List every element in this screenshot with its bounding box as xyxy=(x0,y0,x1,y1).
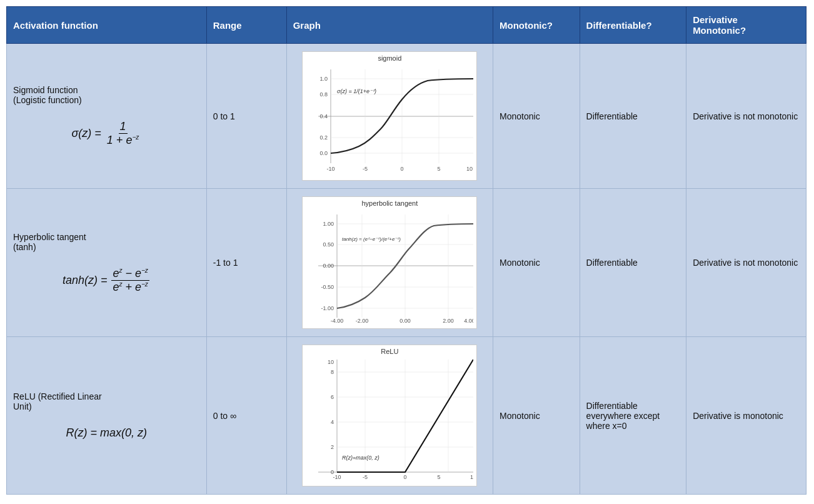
differentiable-tanh: Differentiable xyxy=(580,189,686,337)
graph-relu: ReLU 0 2 4 6 xyxy=(286,337,493,495)
row-relu: ReLU (Rectified LinearUnit) R(z) = max(0… xyxy=(7,337,806,495)
tanh-name: Hyperbolic tangent(tanh) xyxy=(13,232,200,252)
graph-sigmoid: sigmoid 1.0 0.8 0.4 0.2 xyxy=(286,44,493,189)
svg-text:0.2: 0.2 xyxy=(320,134,328,141)
activation-tanh: Hyperbolic tangent(tanh) tanh(z) = ez − … xyxy=(7,189,207,337)
svg-text:-2.00: -2.00 xyxy=(356,318,369,324)
activation-relu: ReLU (Rectified LinearUnit) R(z) = max(0… xyxy=(7,337,207,495)
relu-svg: 0 2 4 6 8 10 -10 -5 0 5 xyxy=(306,356,473,481)
svg-text:2: 2 xyxy=(331,444,334,450)
svg-text:5: 5 xyxy=(438,166,441,172)
svg-text:10: 10 xyxy=(470,474,473,480)
svg-text:5: 5 xyxy=(438,474,441,480)
header-monotonic: Monotonic? xyxy=(493,7,580,44)
svg-text:10: 10 xyxy=(466,166,473,172)
svg-text:0.00: 0.00 xyxy=(323,263,334,269)
svg-text:0.0: 0.0 xyxy=(320,150,328,156)
header-activation: Activation function xyxy=(7,7,207,44)
tanh-svg: 1.00 0.50 0.00 -0.50 -1.00 -4.00 -2.00 0… xyxy=(306,208,473,324)
svg-text:10: 10 xyxy=(328,359,334,365)
row-sigmoid: Sigmoid function(Logistic function) σ(z)… xyxy=(7,44,806,189)
svg-text:R(z)=max(0, z): R(z)=max(0, z) xyxy=(342,455,379,461)
svg-text:1.00: 1.00 xyxy=(323,221,334,227)
deriv-monotonic-tanh: Derivative is not monotonic xyxy=(686,189,806,337)
sigmoid-svg: 1.0 0.8 0.4 0.2 0.0 -10 -5 0 5 10 xyxy=(306,63,473,176)
sigmoid-graph-title: sigmoid xyxy=(305,54,474,62)
activation-sigmoid: Sigmoid function(Logistic function) σ(z)… xyxy=(7,44,207,189)
sigmoid-formula: σ(z) = 1 1 + e−z xyxy=(72,120,142,147)
graph-tanh: hyperbolic tangent 1.00 0.50 0.00 xyxy=(286,189,493,337)
header-derivative-monotonic: DerivativeMonotonic? xyxy=(686,7,806,44)
monotonic-tanh: Monotonic xyxy=(493,189,580,337)
svg-text:0: 0 xyxy=(401,166,404,172)
svg-text:4.00: 4.00 xyxy=(465,318,474,324)
header-range: Range xyxy=(206,7,286,44)
svg-text:-5: -5 xyxy=(363,474,368,480)
deriv-monotonic-relu: Derivative is monotonic xyxy=(686,337,806,495)
svg-text:-1.00: -1.00 xyxy=(321,305,334,311)
header-differentiable: Differentiable? xyxy=(580,7,686,44)
svg-text:0.50: 0.50 xyxy=(323,241,334,248)
svg-text:4: 4 xyxy=(331,419,334,425)
svg-text:8: 8 xyxy=(331,369,334,375)
relu-name: ReLU (Rectified LinearUnit) xyxy=(13,391,200,411)
row-tanh: Hyperbolic tangent(tanh) tanh(z) = ez − … xyxy=(7,189,806,337)
tanh-formula: tanh(z) = ez − e−z ez + e−z xyxy=(63,267,151,294)
relu-formula: R(z) = max(0, z) xyxy=(66,426,148,440)
relu-graph-title: ReLU xyxy=(305,348,474,355)
deriv-monotonic-sigmoid: Derivative is not monotonic xyxy=(686,44,806,189)
range-relu: 0 to ∞ xyxy=(206,337,286,495)
range-sigmoid: 0 to 1 xyxy=(206,44,286,189)
svg-text:0.4: 0.4 xyxy=(320,113,328,119)
tanh-graph-title: hyperbolic tangent xyxy=(305,199,474,207)
monotonic-relu: Monotonic xyxy=(493,337,580,495)
differentiable-relu: Differentiable everywhere except where x… xyxy=(580,337,686,495)
header-graph: Graph xyxy=(286,7,493,44)
monotonic-sigmoid: Monotonic xyxy=(493,44,580,189)
svg-text:6: 6 xyxy=(331,394,334,400)
svg-text:-0.50: -0.50 xyxy=(321,284,334,290)
svg-text:-10: -10 xyxy=(333,474,341,480)
svg-text:-5: -5 xyxy=(363,166,368,172)
svg-text:0: 0 xyxy=(404,474,407,480)
svg-text:-10: -10 xyxy=(327,166,335,172)
differentiable-sigmoid: Differentiable xyxy=(580,44,686,189)
svg-text:σ(z) = 1/(1+e⁻ᶻ): σ(z) = 1/(1+e⁻ᶻ) xyxy=(337,88,376,94)
svg-text:0.00: 0.00 xyxy=(400,318,411,324)
svg-text:2.00: 2.00 xyxy=(443,318,455,324)
activation-functions-table: Activation function Range Graph Monotoni… xyxy=(6,6,806,495)
sigmoid-name: Sigmoid function(Logistic function) xyxy=(13,85,200,105)
svg-text:tanh(z) = (eᶻ−e⁻ᶻ)/(eᶻ+e⁻ᶻ): tanh(z) = (eᶻ−e⁻ᶻ)/(eᶻ+e⁻ᶻ) xyxy=(342,236,401,242)
svg-text:-4.00: -4.00 xyxy=(331,318,344,324)
svg-text:0.8: 0.8 xyxy=(320,91,328,98)
svg-text:1.0: 1.0 xyxy=(320,76,328,82)
range-tanh: -1 to 1 xyxy=(206,189,286,337)
